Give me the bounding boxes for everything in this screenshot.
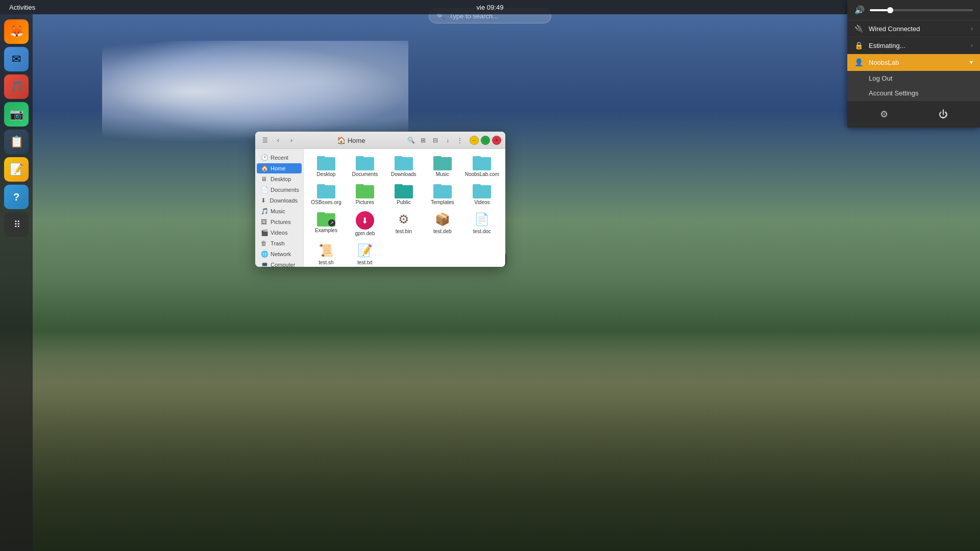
activities-button[interactable]: Activities <box>5 3 39 12</box>
file-noobslab-label: NoobsLab.com <box>465 171 499 177</box>
file-osboxes[interactable]: OSBoxes.org <box>308 181 345 207</box>
file-downloads[interactable]: Downloads <box>385 153 422 179</box>
dock-item-geary[interactable]: ✉ <box>4 47 29 71</box>
folder-documents-icon <box>356 155 374 170</box>
volume-thumb <box>887 7 893 13</box>
file-txt-icon: 📝 <box>358 242 372 259</box>
topbar-left: Activities <box>5 3 39 12</box>
file-deb-icon: 📦 <box>435 211 450 228</box>
wired-connected-left: 🔌 Wired Connected <box>854 24 920 33</box>
documents-icon: 📄 <box>261 186 268 193</box>
fm-minimize-btn[interactable]: ─ <box>470 136 479 145</box>
pictures-icon: 🖼 <box>261 218 268 226</box>
logout-item[interactable]: Log Out <box>847 71 980 86</box>
sidebar-label-trash: Trash <box>271 240 285 246</box>
user-row[interactable]: 👤 NoobsLab ▾ <box>847 54 980 71</box>
fm-close-btn[interactable]: ✕ <box>492 136 501 145</box>
file-downloads-label: Downloads <box>391 171 416 177</box>
fm-sidebar: 🕐 Recent 🏠 Home 🖥 Desktop 📄 Documents ⬇ <box>255 149 304 267</box>
file-txt-label: test.txt <box>357 260 372 265</box>
help-icon: ? <box>13 191 19 203</box>
file-templates[interactable]: Templates <box>424 181 461 207</box>
dock-item-firefox[interactable]: 🦊 <box>4 19 29 44</box>
fm-maximize-btn[interactable]: □ <box>481 136 490 145</box>
file-videos[interactable]: Videos <box>463 181 501 207</box>
file-gpm-label: gpm.deb <box>355 231 375 236</box>
file-test-bin[interactable]: ⚙ test.bin <box>385 209 422 238</box>
dock-item-sticky[interactable]: 📝 <box>4 157 29 182</box>
folder-pictures-icon <box>356 183 374 198</box>
file-test-sh[interactable]: 📜 test.sh <box>308 240 345 267</box>
estimating-row[interactable]: 🔒 Estimating... › <box>847 37 980 54</box>
file-sh-icon: 📜 <box>319 242 333 259</box>
dock-item-rhythmbox[interactable]: 🎵 <box>4 74 29 99</box>
sidebar-item-home[interactable]: 🏠 Home <box>257 163 302 173</box>
geary-icon: ✉ <box>12 53 21 66</box>
fm-title: 🏠 Home <box>299 136 403 144</box>
sidebar-item-desktop[interactable]: 🖥 Desktop <box>257 174 302 184</box>
computer-icon: 💻 <box>261 261 268 267</box>
file-pictures[interactable]: Pictures <box>347 181 383 207</box>
sidebar-item-music[interactable]: 🎵 Music <box>257 206 302 216</box>
sidebar-item-downloads[interactable]: ⬇ Downloads <box>257 195 302 206</box>
fm-view-list-btn[interactable]: ⊞ <box>418 135 429 146</box>
sys-menu-bottom: ⚙ ⏻ <box>847 101 980 128</box>
file-desktop[interactable]: Desktop <box>308 153 345 179</box>
home-icon: 🏠 <box>261 165 268 172</box>
wired-connected-label: Wired Connected <box>869 25 920 33</box>
sidebar-item-pictures[interactable]: 🖼 Pictures <box>257 217 302 227</box>
dock-item-notes[interactable]: 📋 <box>4 130 29 154</box>
estimating-chevron-icon: › <box>971 42 973 49</box>
folder-examples-icon: ↗ <box>317 211 335 227</box>
fm-sort-btn[interactable]: ↓ <box>442 135 453 146</box>
sidebar-label-pictures: Pictures <box>271 219 291 225</box>
file-public[interactable]: Public <box>385 181 422 207</box>
sidebar-item-network[interactable]: 🌐 Network <box>257 249 302 259</box>
file-music[interactable]: Music <box>424 153 461 179</box>
settings-bottom-icon[interactable]: ⚙ <box>876 106 892 122</box>
dock-item-help[interactable]: ? <box>4 185 29 209</box>
power-bottom-icon[interactable]: ⏻ <box>935 106 951 122</box>
fm-view-grid-btn[interactable]: ⊟ <box>430 135 441 146</box>
fm-toolbar: 🔍 ⊞ ⊟ ↓ ⋮ <box>405 135 465 146</box>
wired-connected-row[interactable]: 🔌 Wired Connected › <box>847 20 980 37</box>
fm-nav-forward[interactable]: › <box>286 135 297 146</box>
fm-titlebar: ☰ ‹ › 🏠 Home 🔍 ⊞ ⊟ ↓ ⋮ ─ □ ✕ <box>255 132 505 149</box>
file-templates-label: Templates <box>431 199 454 205</box>
fm-nav-menu[interactable]: ☰ <box>259 135 271 146</box>
lock-icon: 🔒 <box>854 41 864 49</box>
file-test-doc[interactable]: 📄 test.doc <box>463 209 501 238</box>
dock-item-cheese[interactable]: 📷 <box>4 102 29 127</box>
apps-grid-icon: ⠿ <box>14 219 19 230</box>
account-settings-item[interactable]: Account Settings <box>847 86 980 101</box>
topbar-clock: vie 09:49 <box>477 4 504 11</box>
volume-row: 🔊 <box>847 0 980 20</box>
fm-more-btn[interactable]: ⋮ <box>454 135 465 146</box>
file-gpm-deb[interactable]: ⬇ gpm.deb <box>347 209 383 238</box>
sidebar-label-computer: Computer <box>271 262 295 267</box>
sidebar-item-videos[interactable]: 🎬 Videos <box>257 228 302 238</box>
file-test-deb[interactable]: 📦 test.deb <box>424 209 461 238</box>
sidebar-item-computer[interactable]: 💻 Computer <box>257 260 302 267</box>
sidebar-item-documents[interactable]: 📄 Documents <box>257 185 302 195</box>
file-noobslab[interactable]: NoobsLab.com <box>463 153 501 179</box>
volume-slider-container[interactable] <box>870 9 973 11</box>
sidebar-item-recent[interactable]: 🕐 Recent <box>257 153 302 163</box>
sidebar-label-desktop: Desktop <box>271 176 291 182</box>
file-music-label: Music <box>436 171 449 177</box>
volume-slider[interactable] <box>870 9 973 11</box>
file-pictures-label: Pictures <box>356 199 374 205</box>
sidebar-item-trash[interactable]: 🗑 Trash <box>257 238 302 248</box>
file-test-txt[interactable]: 📝 test.txt <box>347 240 383 267</box>
network-sidebar-icon: 🌐 <box>261 251 268 258</box>
file-examples[interactable]: ↗ Examples <box>308 209 345 238</box>
sidebar-label-documents: Documents <box>271 187 299 193</box>
estimating-left: 🔒 Estimating... <box>854 41 905 49</box>
wired-chevron-icon: › <box>971 25 973 32</box>
dock-item-apps[interactable]: ⠿ <box>4 212 29 237</box>
fm-search-btn[interactable]: 🔍 <box>405 135 416 146</box>
file-documents[interactable]: Documents <box>347 153 383 179</box>
fm-nav-back[interactable]: ‹ <box>273 135 284 146</box>
folder-noobslab-icon <box>473 155 491 170</box>
user-label: NoobsLab <box>869 59 899 66</box>
